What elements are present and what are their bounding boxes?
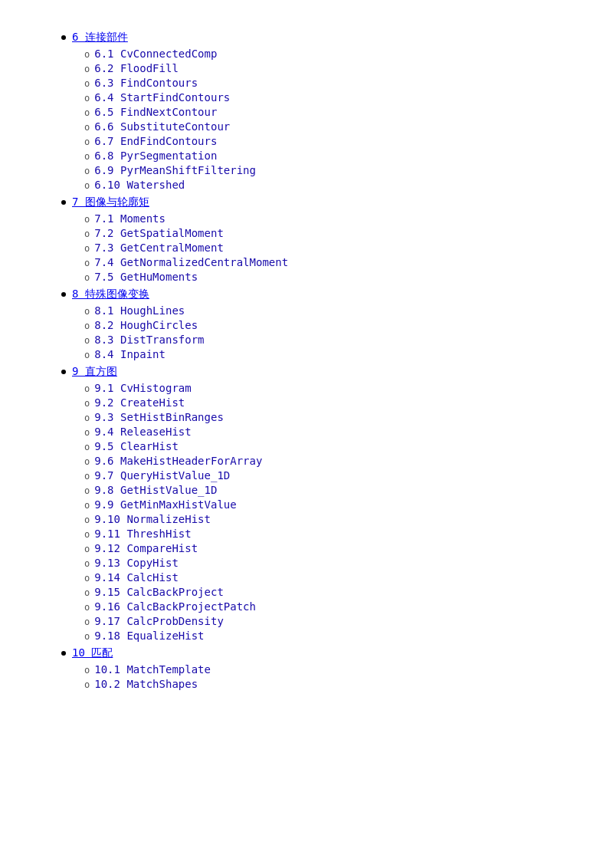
sub-link[interactable]: 9.8 GetHistValue_1D bbox=[94, 484, 217, 496]
list-item: 9.12 CompareHist bbox=[84, 542, 567, 554]
sub-link[interactable]: 6.10 Watershed bbox=[94, 179, 185, 191]
list-item: 9.11 ThreshHist bbox=[84, 528, 567, 540]
list-item: 6.7 EndFindContours bbox=[84, 135, 567, 147]
sub-link[interactable]: 6.8 PyrSegmentation bbox=[94, 150, 217, 162]
bullet-icon bbox=[61, 292, 66, 297]
sub-link[interactable]: 9.16 CalcBackProjectPatch bbox=[94, 600, 256, 613]
list-item: 10.1 MatchTemplate bbox=[84, 663, 567, 676]
sub-link[interactable]: 9.12 CompareHist bbox=[94, 542, 198, 554]
list-item: 6.9 PyrMeanShiftFiltering bbox=[84, 164, 567, 176]
sub-link[interactable]: 9.11 ThreshHist bbox=[94, 528, 191, 540]
section-link-section10[interactable]: 10 匹配 bbox=[72, 646, 113, 660]
sub-link[interactable]: 6.1 CvConnectedComp bbox=[94, 48, 217, 60]
section-link-section8[interactable]: 8 特殊图像变换 bbox=[72, 288, 149, 301]
sub-link[interactable]: 9.15 CalcBackProject bbox=[94, 586, 224, 598]
list-item: 8.2 HoughCircles bbox=[84, 319, 567, 331]
list-item: 8.1 HoughLines bbox=[84, 304, 567, 317]
sub-link[interactable]: 7.5 GetHuMoments bbox=[94, 271, 198, 283]
list-item: 9.16 CalcBackProjectPatch bbox=[84, 600, 567, 613]
sub-link[interactable]: 9.6 MakeHistHeaderForArray bbox=[94, 455, 262, 467]
list-item: 9.4 ReleaseHist bbox=[84, 426, 567, 438]
section-item-section9: 9 直方图9.1 CvHistogram9.2 CreateHist9.3 Se… bbox=[61, 365, 567, 642]
sub-link[interactable]: 9.10 NormalizeHist bbox=[94, 513, 211, 525]
sub-link[interactable]: 9.18 EqualizeHist bbox=[94, 630, 204, 642]
bullet-icon bbox=[61, 35, 66, 40]
sub-list-section9: 9.1 CvHistogram9.2 CreateHist9.3 SetHist… bbox=[61, 382, 567, 642]
section-item-section10: 10 匹配10.1 MatchTemplate10.2 MatchShapes bbox=[61, 646, 567, 690]
section-link-section7[interactable]: 7 图像与轮廓矩 bbox=[72, 196, 149, 209]
list-item: 9.15 CalcBackProject bbox=[84, 586, 567, 598]
list-item: 9.5 ClearHist bbox=[84, 440, 567, 452]
sub-link[interactable]: 6.7 EndFindContours bbox=[94, 135, 217, 147]
sub-link[interactable]: 9.5 ClearHist bbox=[94, 440, 179, 452]
sub-link[interactable]: 9.1 CvHistogram bbox=[94, 382, 191, 394]
list-item: 8.3 DistTransform bbox=[84, 334, 567, 346]
sub-list-section6: 6.1 CvConnectedComp6.2 FloodFill6.3 Find… bbox=[61, 48, 567, 191]
sub-link[interactable]: 7.2 GetSpatialMoment bbox=[94, 227, 224, 239]
sub-list-section7: 7.1 Moments7.2 GetSpatialMoment7.3 GetCe… bbox=[61, 212, 567, 283]
list-item: 7.1 Moments bbox=[84, 212, 567, 225]
list-item: 6.6 SubstituteContour bbox=[84, 120, 567, 133]
sub-link[interactable]: 6.2 FloodFill bbox=[94, 62, 179, 74]
sub-link[interactable]: 6.4 StartFindContours bbox=[94, 91, 230, 104]
sub-link[interactable]: 7.3 GetCentralMoment bbox=[94, 242, 224, 254]
section-item-section6: 6 连接部件6.1 CvConnectedComp6.2 FloodFill6.… bbox=[61, 31, 567, 191]
sub-link[interactable]: 9.3 SetHistBinRanges bbox=[94, 411, 224, 423]
sub-link[interactable]: 9.14 CalcHist bbox=[94, 571, 179, 584]
sub-link[interactable]: 9.4 ReleaseHist bbox=[94, 426, 191, 438]
list-item: 9.6 MakeHistHeaderForArray bbox=[84, 455, 567, 467]
list-item: 9.17 CalcProbDensity bbox=[84, 615, 567, 627]
list-item: 9.18 EqualizeHist bbox=[84, 630, 567, 642]
list-item: 9.14 CalcHist bbox=[84, 571, 567, 584]
sub-link[interactable]: 7.4 GetNormalizedCentralMoment bbox=[94, 256, 288, 268]
sub-list-section10: 10.1 MatchTemplate10.2 MatchShapes bbox=[61, 663, 567, 690]
sub-link[interactable]: 6.6 SubstituteContour bbox=[94, 120, 230, 133]
bullet-icon bbox=[61, 370, 66, 374]
section-item-section7: 7 图像与轮廓矩7.1 Moments7.2 GetSpatialMoment7… bbox=[61, 196, 567, 283]
section-item-section8: 8 特殊图像变换8.1 HoughLines8.2 HoughCircles8.… bbox=[61, 288, 567, 360]
list-item: 6.5 FindNextContour bbox=[84, 106, 567, 118]
sub-link[interactable]: 8.4 Inpaint bbox=[94, 348, 166, 360]
sub-link[interactable]: 9.2 CreateHist bbox=[94, 396, 185, 409]
sub-link[interactable]: 9.13 CopyHist bbox=[94, 557, 179, 569]
list-item: 6.8 PyrSegmentation bbox=[84, 150, 567, 162]
sub-link[interactable]: 9.9 GetMinMaxHistValue bbox=[94, 498, 236, 511]
sub-link[interactable]: 10.2 MatchShapes bbox=[94, 678, 198, 690]
list-item: 6.3 FindContours bbox=[84, 77, 567, 89]
list-item: 9.7 QueryHistValue_1D bbox=[84, 469, 567, 482]
list-item: 6.1 CvConnectedComp bbox=[84, 48, 567, 60]
list-item: 9.9 GetMinMaxHistValue bbox=[84, 498, 567, 511]
list-item: 6.4 StartFindContours bbox=[84, 91, 567, 104]
list-item: 9.10 NormalizeHist bbox=[84, 513, 567, 525]
toc-list: 6 连接部件6.1 CvConnectedComp6.2 FloodFill6.… bbox=[46, 31, 567, 690]
sub-link[interactable]: 7.1 Moments bbox=[94, 212, 166, 225]
list-item: 8.4 Inpaint bbox=[84, 348, 567, 360]
list-item: 9.1 CvHistogram bbox=[84, 382, 567, 394]
list-item: 6.2 FloodFill bbox=[84, 62, 567, 74]
list-item: 10.2 MatchShapes bbox=[84, 678, 567, 690]
sub-link[interactable]: 9.17 CalcProbDensity bbox=[94, 615, 224, 627]
section-link-section6[interactable]: 6 连接部件 bbox=[72, 31, 128, 44]
sub-link[interactable]: 9.7 QueryHistValue_1D bbox=[94, 469, 230, 482]
list-item: 6.10 Watershed bbox=[84, 179, 567, 191]
sub-link[interactable]: 6.9 PyrMeanShiftFiltering bbox=[94, 164, 256, 176]
list-item: 9.13 CopyHist bbox=[84, 557, 567, 569]
sub-list-section8: 8.1 HoughLines8.2 HoughCircles8.3 DistTr… bbox=[61, 304, 567, 360]
sub-link[interactable]: 6.3 FindContours bbox=[94, 77, 198, 89]
sub-link[interactable]: 10.1 MatchTemplate bbox=[94, 663, 211, 676]
list-item: 9.8 GetHistValue_1D bbox=[84, 484, 567, 496]
list-item: 9.3 SetHistBinRanges bbox=[84, 411, 567, 423]
sub-link[interactable]: 6.5 FindNextContour bbox=[94, 106, 217, 118]
list-item: 7.3 GetCentralMoment bbox=[84, 242, 567, 254]
sub-link[interactable]: 8.1 HoughLines bbox=[94, 304, 185, 317]
bullet-icon bbox=[61, 651, 66, 656]
bullet-icon bbox=[61, 200, 66, 205]
list-item: 9.2 CreateHist bbox=[84, 396, 567, 409]
sub-link[interactable]: 8.2 HoughCircles bbox=[94, 319, 198, 331]
list-item: 7.4 GetNormalizedCentralMoment bbox=[84, 256, 567, 268]
section-link-section9[interactable]: 9 直方图 bbox=[72, 365, 117, 379]
sub-link[interactable]: 8.3 DistTransform bbox=[94, 334, 204, 346]
list-item: 7.2 GetSpatialMoment bbox=[84, 227, 567, 239]
list-item: 7.5 GetHuMoments bbox=[84, 271, 567, 283]
